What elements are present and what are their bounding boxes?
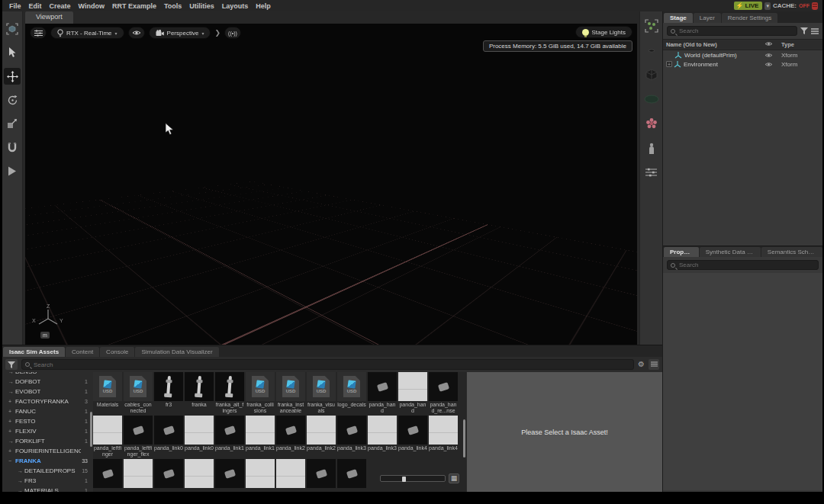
stage-row-world-defaultprim[interactable]: World (defaultPrim)Xform [663, 50, 822, 59]
asset-card[interactable] [337, 459, 366, 488]
tree-item-dofbot[interactable]: →DOFBOT1 [8, 377, 89, 387]
asset-card-panda-hand-re-nse[interactable]: panda_hand_re...nse [429, 372, 458, 414]
renderer-dropdown[interactable]: RTX - Real-Time ▾ [50, 27, 124, 39]
tree-item-fanuc[interactable]: +FANUC1 [8, 406, 89, 416]
mesh-display-button[interactable] [643, 91, 660, 108]
asset-card[interactable] [215, 459, 244, 488]
assets-filter-button[interactable] [5, 359, 18, 370]
viewport-canvas[interactable]: RTX - Real-Time ▾ Pers [25, 24, 637, 345]
property-search-input[interactable] [678, 261, 815, 269]
assets-tab-console[interactable]: Console [100, 347, 134, 357]
tree-item-fr3[interactable]: →FR31 [8, 476, 89, 486]
assets-tab-simulation-data-visualizer[interactable]: Simulation Data Visualizer [135, 347, 218, 357]
assets-tab-isaac-sim-assets[interactable]: Isaac Sim Assets [3, 347, 65, 357]
asset-card-panda-hand[interactable]: panda_hand [398, 372, 427, 414]
asset-card-panda-link0[interactable]: panda_link0 [154, 416, 183, 457]
stage-search-field[interactable] [667, 26, 797, 36]
asset-card-franka[interactable]: franka [185, 372, 214, 414]
column-visibility[interactable] [764, 41, 781, 48]
assets-search-field[interactable] [21, 359, 634, 370]
menu-rrt-example[interactable]: RRT Example [108, 2, 160, 10]
cube-display-button[interactable] [643, 66, 660, 83]
viewport-settings-button[interactable] [643, 164, 660, 181]
asset-card-franka-instanceable[interactable]: USDfranka_instanceable [276, 372, 305, 414]
stage-tab-stage[interactable]: Stage [664, 13, 693, 23]
menu-edit[interactable]: Edit [25, 2, 46, 10]
stage-search-input[interactable] [678, 27, 793, 35]
character-button[interactable] [643, 140, 660, 156]
snap-tool-button[interactable] [4, 139, 21, 156]
cache-bin-icon[interactable] [812, 2, 818, 10]
leaf-arrow-icon[interactable]: → [18, 468, 24, 474]
expand-icon[interactable]: + [666, 61, 672, 67]
property-tab-synthetic-data-re[interactable]: Synthetic Data Re... [700, 247, 761, 257]
assets-settings-button[interactable]: ⚙ [638, 361, 645, 368]
leaf-arrow-icon[interactable]: → [8, 438, 15, 444]
tree-item-forklift[interactable]: →FORKLIFT1 [8, 436, 89, 446]
expand-icon[interactable]: + [8, 419, 15, 424]
visibility-toggle-button[interactable] [643, 42, 660, 59]
asset-card[interactable] [246, 459, 275, 488]
asset-card-panda-leftfinger[interactable]: panda_leftfinger [93, 416, 122, 457]
cursor-tool-button[interactable] [4, 44, 21, 61]
menu-create[interactable]: Create [46, 2, 75, 10]
expand-icon[interactable]: + [8, 448, 15, 454]
asset-card[interactable] [93, 459, 122, 488]
assets-search-input[interactable] [32, 361, 630, 369]
asset-card-panda-link1[interactable]: panda_link1 [215, 416, 244, 457]
leaf-arrow-icon[interactable]: → [8, 389, 15, 394]
column-name[interactable]: Name (Old to New) [666, 41, 764, 48]
grid-scrollbar[interactable] [463, 419, 465, 457]
asset-card-cables-connected[interactable]: USDcables_connected [124, 372, 153, 414]
tree-item-evobot[interactable]: →EVOBOT1 [8, 387, 89, 396]
leaf-arrow-icon[interactable]: → [18, 478, 24, 483]
asset-card-panda-hand[interactable]: panda_hand [368, 372, 397, 414]
leaf-arrow-icon[interactable]: → [8, 372, 15, 374]
select-mode-button[interactable] [4, 21, 21, 37]
stage-tab-render-settings[interactable]: Render Settings [722, 13, 777, 23]
eye-icon[interactable] [764, 53, 773, 58]
expand-icon[interactable]: + [8, 399, 15, 404]
tree-item-flexiv[interactable]: +FLEXIV1 [8, 426, 89, 436]
expand-icon[interactable]: + [8, 409, 15, 414]
asset-card[interactable] [276, 459, 305, 488]
eye-icon[interactable] [764, 62, 773, 67]
asset-card-panda-link2[interactable]: panda_link2 [276, 416, 305, 457]
asset-card-panda-link3[interactable]: panda_link3 [368, 416, 397, 457]
tab-viewport[interactable]: Viewport [25, 11, 73, 24]
asset-card[interactable] [307, 459, 336, 488]
stage-row-environment[interactable]: +EnvironmentXform [663, 59, 822, 69]
asset-card-fr3[interactable]: fr3 [154, 372, 183, 414]
asset-card-panda-link4[interactable]: panda_link4 [398, 416, 427, 457]
tree-item-fourierintelligenc[interactable]: +FOURIERINTELLIGENC [8, 446, 89, 456]
property-tab-semantics-schem[interactable]: Semantics Schem... [761, 247, 822, 257]
leaf-arrow-icon[interactable]: → [8, 379, 15, 384]
tree-item-festo[interactable]: +FESTO1 [8, 416, 89, 426]
property-search-field[interactable] [667, 260, 819, 270]
stage-tab-layer[interactable]: Layer [694, 13, 721, 23]
asset-card[interactable] [185, 459, 214, 488]
live-button[interactable]: ⚡ LIVE [734, 2, 763, 10]
asset-card-panda-link3[interactable]: panda_link3 [337, 416, 366, 457]
options-icon[interactable] [811, 28, 819, 34]
menu-utilities[interactable]: Utilities [185, 2, 218, 10]
visibility-button[interactable] [128, 27, 145, 39]
selection-set-button[interactable] [643, 18, 660, 34]
asset-card-panda-link2[interactable]: panda_link2 [307, 416, 336, 457]
live-dropdown-button[interactable]: ▾ [764, 2, 771, 10]
grid-view-button[interactable]: ▦ [449, 474, 459, 483]
asset-card-materials[interactable]: USDMaterials [93, 372, 122, 414]
asset-card-panda-link4[interactable]: panda_link4 [429, 416, 458, 457]
expand-icon[interactable]: + [8, 429, 15, 434]
assets-tab-content[interactable]: Content [66, 347, 99, 357]
physics-button[interactable] [643, 115, 660, 132]
tree-scrollbar[interactable] [90, 412, 92, 447]
viewport-menu-button[interactable] [30, 27, 47, 39]
asset-card-logo-decals[interactable]: USDlogo_decals [337, 372, 366, 414]
axis-gizmo[interactable]: Z X Y m [31, 307, 66, 337]
menu-file[interactable]: File [5, 2, 25, 10]
asset-card-panda-leftfinger-flex[interactable]: panda_leftfinger_flex [124, 416, 153, 457]
menu-tools[interactable]: Tools [160, 2, 185, 10]
tree-item-detailedprops[interactable]: →DETAILEDPROPS15 [8, 466, 89, 476]
menu-window[interactable]: Window [75, 2, 108, 10]
